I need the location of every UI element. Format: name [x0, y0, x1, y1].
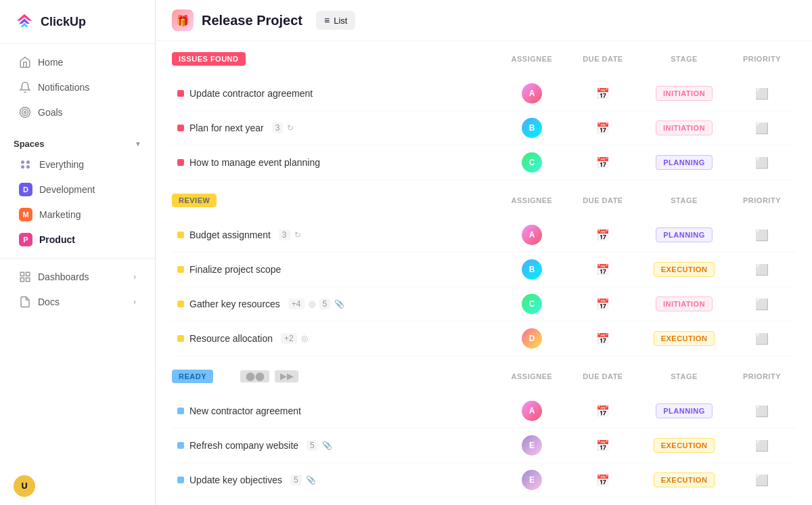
task-dot-yellow	[177, 266, 184, 273]
col-assignee-0: ASSIGNEE	[498, 55, 566, 63]
stage-cell: INITIATION	[640, 297, 728, 311]
sidebar-item-everything[interactable]: Everything	[5, 152, 150, 177]
list-tab-label: List	[334, 16, 347, 26]
task-dot-yellow	[177, 232, 184, 238]
list-tab-icon: ≡	[324, 15, 330, 26]
meta-clip-icon: 📎	[334, 299, 344, 309]
svg-rect-7	[26, 272, 30, 276]
task-name-cell: Plan for next year 3 ↻	[177, 123, 498, 133]
stage-badge: PLANNING	[656, 155, 712, 170]
spaces-header[interactable]: Spaces ▼	[14, 139, 141, 149]
assignee-cell: A	[498, 225, 566, 245]
task-row[interactable]: Update contractor agreement A 📅 INITIATI…	[172, 76, 796, 111]
svg-rect-8	[20, 278, 24, 282]
task-name-cell: Update key objectives 5 📎	[177, 475, 498, 485]
nav-docs[interactable]: Docs ›	[5, 290, 150, 314]
task-name: Update contractor agreement	[189, 88, 313, 99]
task-name-cell: New contractor agreement	[177, 405, 498, 416]
goals-icon	[19, 106, 31, 118]
due-cell: 📅	[566, 122, 640, 135]
task-name-cell: How to manage event planning	[177, 157, 498, 168]
task-row[interactable]: Update key objectives 5 📎 E 📅 EXECUTION	[172, 463, 796, 498]
development-badge: D	[19, 183, 32, 196]
avatar: B	[522, 118, 542, 138]
nav-dashboards[interactable]: Dashboards ›	[5, 265, 150, 289]
task-name: Resource allocation	[189, 333, 273, 344]
col-priority-1: PRIORITY	[728, 196, 796, 204]
due-cell: 📅	[566, 263, 640, 276]
task-row[interactable]: Finalize project scope B 📅 EXECUTION ⬜	[172, 252, 796, 287]
nav-notifications[interactable]: Notifications	[5, 75, 150, 100]
priority-cell: ⬜	[728, 405, 796, 418]
task-meta: 3 ↻	[279, 229, 301, 240]
task-row[interactable]: Budget assignment 3 ↻ A 📅 PLANNING ⬜	[172, 218, 796, 252]
sidebar-item-product[interactable]: P Product	[5, 227, 150, 252]
view-tabs: ≡ List	[316, 11, 355, 30]
stage-badge: PLANNING	[656, 227, 712, 242]
home-icon	[19, 56, 31, 68]
avatar: D	[522, 328, 542, 349]
nav-goals[interactable]: Goals	[5, 100, 150, 125]
assignee-cell: A	[498, 83, 566, 104]
task-name-cell: Budget assignment 3 ↻	[177, 229, 498, 240]
col-due-0: DUE DATE	[566, 55, 640, 63]
task-name-cell: Resource allocation +2 ◎	[177, 333, 498, 344]
priority-cell: ⬜	[728, 263, 796, 276]
task-dot-yellow	[177, 301, 184, 307]
task-dot-red	[177, 159, 184, 166]
calendar-icon: 📅	[596, 298, 610, 311]
task-name: Plan for next year	[189, 123, 264, 133]
task-row[interactable]: Plan for next year 3 ↻ B 📅 INITIATION ⬜	[172, 111, 796, 146]
assignee-cell: E	[498, 435, 566, 456]
task-meta: 5 📎	[290, 475, 316, 485]
project-icon: 🎁	[172, 9, 194, 31]
stage-cell: EXECUTION	[640, 473, 728, 487]
main-nav: Home Notifications Goals	[0, 44, 155, 131]
sidebar-item-marketing[interactable]: M Marketing	[5, 202, 150, 227]
task-row[interactable]: Refresh company website 5 📎 E 📅 EXECUTIO…	[172, 429, 796, 463]
due-cell: 📅	[566, 298, 640, 311]
task-meta: 5 📎	[307, 440, 332, 451]
calendar-icon: 📅	[596, 122, 610, 135]
tab-list[interactable]: ≡ List	[316, 11, 355, 30]
user-avatar[interactable]: U	[14, 475, 35, 497]
priority-cell: ⬜	[728, 439, 796, 452]
task-row[interactable]: Gather key resources +4 ◎ 5 📎 C 📅 INITIA…	[172, 287, 796, 322]
meta-count: +4	[288, 299, 304, 309]
section-review-header-row: REVIEW ASSIGNEE DUE DATE STAGE PRIORITY	[172, 194, 796, 210]
calendar-icon: 📅	[596, 405, 610, 418]
meta-clip-icon: 📎	[322, 441, 332, 450]
logo-area: ClickUp	[0, 0, 155, 44]
task-row[interactable]: Resource allocation +2 ◎ D 📅 EXECUTION ⬜	[172, 322, 796, 356]
sidebar-bottom-nav: Dashboards › Docs ›	[0, 258, 155, 320]
meta-clip-icon: 📎	[306, 475, 316, 485]
dashboards-expand: ›	[133, 272, 136, 282]
col-due-2: DUE DATE	[566, 372, 640, 380]
stage-badge: EXECUTION	[654, 473, 715, 487]
task-name: Budget assignment	[189, 229, 271, 240]
ready-toolbar-btn2[interactable]: ▶▶	[275, 370, 298, 382]
task-name-cell: Refresh company website 5 📎	[177, 440, 498, 451]
meta-count: 3	[279, 229, 290, 240]
svg-rect-6	[20, 272, 24, 276]
assignee-cell: C	[498, 152, 566, 173]
due-cell: 📅	[566, 332, 640, 345]
ready-toolbar-btn1[interactable]: ⬤⬤	[240, 370, 269, 382]
stage-badge: INITIATION	[656, 297, 713, 311]
col-stage-1: STAGE	[640, 196, 728, 204]
product-label: Product	[39, 234, 75, 245]
nav-goals-label: Goals	[38, 107, 63, 118]
avatar: E	[522, 435, 542, 456]
sidebar-item-development[interactable]: D Development	[5, 177, 150, 202]
assignee-cell: B	[498, 259, 566, 280]
nav-home[interactable]: Home	[5, 50, 150, 74]
priority-cell: ⬜	[728, 332, 796, 345]
due-cell: 📅	[566, 405, 640, 418]
task-row[interactable]: New contractor agreement A 📅 PLANNING ⬜	[172, 394, 796, 429]
task-row[interactable]: How to manage event planning C 📅 PLANNIN…	[172, 146, 796, 180]
ready-badge: READY	[172, 370, 213, 383]
avatar: C	[522, 294, 542, 314]
avatar: A	[522, 401, 542, 421]
spaces-title: Spaces	[14, 139, 45, 149]
priority-cell: ⬜	[728, 474, 796, 487]
